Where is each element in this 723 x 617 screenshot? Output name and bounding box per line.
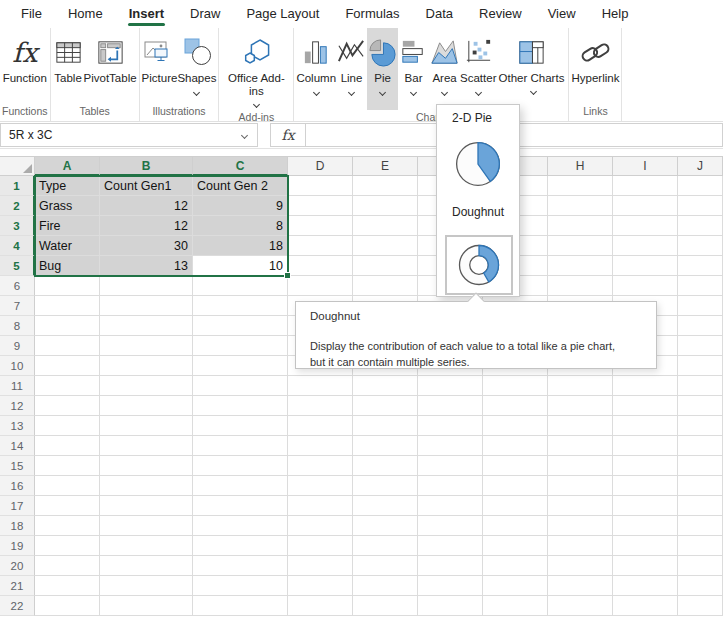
- cell-B16[interactable]: [100, 476, 193, 496]
- row-header-3[interactable]: 3: [0, 216, 35, 236]
- cell-J4[interactable]: [678, 236, 723, 256]
- cell-E3[interactable]: [353, 216, 418, 236]
- cell-F14[interactable]: [418, 436, 483, 456]
- row-header-1[interactable]: 1: [0, 176, 35, 196]
- row-header-6[interactable]: 6: [0, 276, 35, 296]
- row-header-2[interactable]: 2: [0, 196, 35, 216]
- cell-I11[interactable]: [613, 376, 678, 396]
- cell-D17[interactable]: [288, 496, 353, 516]
- cell-A16[interactable]: [35, 476, 100, 496]
- cell-B22[interactable]: [100, 596, 193, 616]
- cell-A5[interactable]: Bug: [35, 256, 100, 276]
- cell-F15[interactable]: [418, 456, 483, 476]
- cell-E12[interactable]: [353, 396, 418, 416]
- cell-A19[interactable]: [35, 536, 100, 556]
- cell-H14[interactable]: [548, 436, 613, 456]
- cell-C2[interactable]: 9: [193, 196, 288, 216]
- cell-D4[interactable]: [288, 236, 353, 256]
- cell-C18[interactable]: [193, 516, 288, 536]
- cell-G21[interactable]: [483, 576, 548, 596]
- cell-E5[interactable]: [353, 256, 418, 276]
- cell-E1[interactable]: [353, 176, 418, 196]
- row-header-20[interactable]: 20: [0, 556, 35, 576]
- cell-C9[interactable]: [193, 336, 288, 356]
- column-header-A[interactable]: A: [35, 156, 100, 176]
- cell-A17[interactable]: [35, 496, 100, 516]
- ribbon-button-picture[interactable]: Picture: [142, 28, 178, 104]
- tab-help[interactable]: Help: [589, 0, 642, 28]
- cell-J8[interactable]: [678, 316, 723, 336]
- cell-J18[interactable]: [678, 516, 723, 536]
- cell-D16[interactable]: [288, 476, 353, 496]
- tab-home[interactable]: Home: [55, 0, 116, 28]
- column-header-B[interactable]: B: [100, 156, 193, 176]
- cell-C15[interactable]: [193, 456, 288, 476]
- cell-B7[interactable]: [100, 296, 193, 316]
- row-header-11[interactable]: 11: [0, 376, 35, 396]
- cell-J5[interactable]: [678, 256, 723, 276]
- cell-J6[interactable]: [678, 276, 723, 296]
- cell-B4[interactable]: 30: [100, 236, 193, 256]
- cell-E19[interactable]: [353, 536, 418, 556]
- cell-A15[interactable]: [35, 456, 100, 476]
- cell-H13[interactable]: [548, 416, 613, 436]
- row-header-19[interactable]: 19: [0, 536, 35, 556]
- row-header-4[interactable]: 4: [0, 236, 35, 256]
- tab-data[interactable]: Data: [413, 0, 466, 28]
- cell-G16[interactable]: [483, 476, 548, 496]
- cell-F12[interactable]: [418, 396, 483, 416]
- cell-F13[interactable]: [418, 416, 483, 436]
- ribbon-button-hyperlink[interactable]: Hyperlink: [571, 28, 619, 104]
- cell-I22[interactable]: [613, 596, 678, 616]
- cell-C7[interactable]: [193, 296, 288, 316]
- cell-A3[interactable]: Fire: [35, 216, 100, 236]
- cell-I1[interactable]: [613, 176, 678, 196]
- cell-J11[interactable]: [678, 376, 723, 396]
- cell-F20[interactable]: [418, 556, 483, 576]
- cell-G14[interactable]: [483, 436, 548, 456]
- fill-handle[interactable]: [284, 272, 291, 279]
- cell-F19[interactable]: [418, 536, 483, 556]
- cell-B1[interactable]: Count Gen1: [100, 176, 193, 196]
- cell-B8[interactable]: [100, 316, 193, 336]
- cell-C5[interactable]: 10: [193, 256, 288, 276]
- cell-I16[interactable]: [613, 476, 678, 496]
- cell-J19[interactable]: [678, 536, 723, 556]
- cell-A22[interactable]: [35, 596, 100, 616]
- cell-G11[interactable]: [483, 376, 548, 396]
- column-header-E[interactable]: E: [353, 156, 418, 176]
- cell-E14[interactable]: [353, 436, 418, 456]
- cell-J17[interactable]: [678, 496, 723, 516]
- cell-E16[interactable]: [353, 476, 418, 496]
- cell-F17[interactable]: [418, 496, 483, 516]
- tab-insert[interactable]: Insert: [116, 0, 177, 28]
- cell-I6[interactable]: [613, 276, 678, 296]
- cell-I18[interactable]: [613, 516, 678, 536]
- row-header-21[interactable]: 21: [0, 576, 35, 596]
- cell-A20[interactable]: [35, 556, 100, 576]
- cell-I4[interactable]: [613, 236, 678, 256]
- cell-H15[interactable]: [548, 456, 613, 476]
- cell-B14[interactable]: [100, 436, 193, 456]
- cell-J21[interactable]: [678, 576, 723, 596]
- cell-E11[interactable]: [353, 376, 418, 396]
- cell-H16[interactable]: [548, 476, 613, 496]
- tab-page-layout[interactable]: Page Layout: [233, 0, 332, 28]
- cell-E21[interactable]: [353, 576, 418, 596]
- cell-H2[interactable]: [548, 196, 613, 216]
- cell-E15[interactable]: [353, 456, 418, 476]
- cell-B6[interactable]: [100, 276, 193, 296]
- cell-H21[interactable]: [548, 576, 613, 596]
- ribbon-button-table[interactable]: Table: [53, 28, 84, 104]
- row-header-15[interactable]: 15: [0, 456, 35, 476]
- ribbon-button-bar[interactable]: Bar: [398, 28, 429, 110]
- cell-B13[interactable]: [100, 416, 193, 436]
- cell-C1[interactable]: Count Gen 2: [193, 176, 288, 196]
- cell-G15[interactable]: [483, 456, 548, 476]
- ribbon-button-scatter[interactable]: Scatter: [460, 28, 496, 110]
- cell-A9[interactable]: [35, 336, 100, 356]
- row-header-5[interactable]: 5: [0, 256, 35, 276]
- cell-A6[interactable]: [35, 276, 100, 296]
- row-header-13[interactable]: 13: [0, 416, 35, 436]
- cell-C4[interactable]: 18: [193, 236, 288, 256]
